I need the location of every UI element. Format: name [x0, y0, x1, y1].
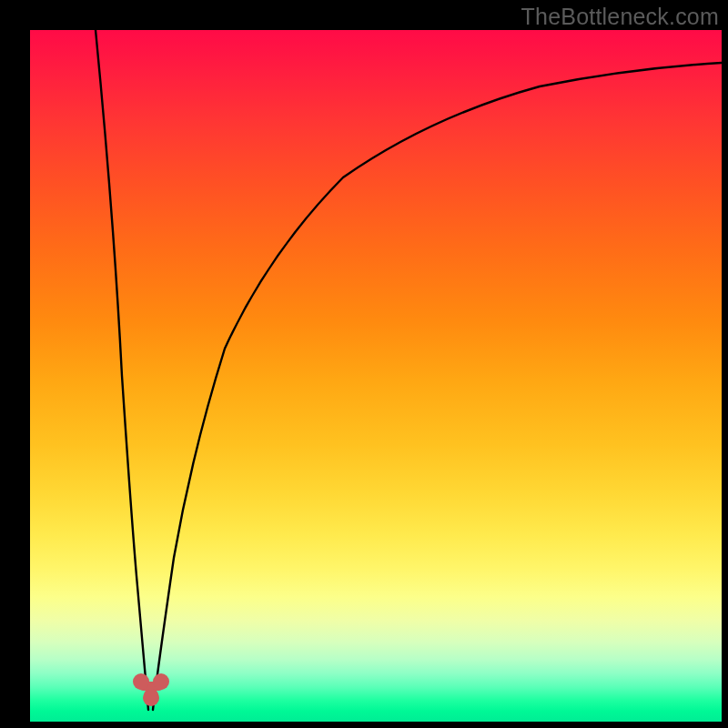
plot-area	[30, 30, 722, 722]
watermark-text: TheBottleneck.com	[521, 4, 719, 30]
chart-curves	[30, 30, 722, 722]
min-bottom-dot	[143, 690, 159, 706]
black-frame: TheBottleneck.com	[0, 0, 728, 728]
min-left-dot	[133, 673, 149, 690]
min-right-dot	[153, 673, 169, 690]
right-branch-path	[153, 63, 722, 710]
left-branch-path	[96, 30, 148, 710]
